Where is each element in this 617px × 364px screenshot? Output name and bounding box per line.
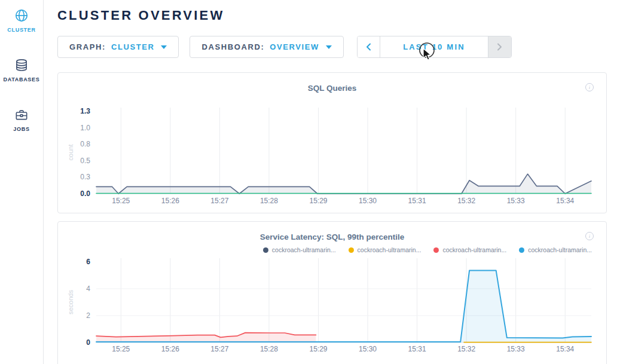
svg-text:1.3: 1.3 [80,107,90,115]
svg-text:15:28: 15:28 [260,197,278,205]
svg-text:0.8: 0.8 [80,140,90,148]
svg-text:2: 2 [86,311,90,320]
sidebar-item-databases[interactable]: DATABASES [0,50,43,91]
svg-text:6: 6 [86,258,90,266]
time-prev-button[interactable] [358,36,380,57]
dashboard-selector-value: OVERVIEW [270,42,319,51]
legend-item[interactable]: cockroach-ultramarin... [349,246,421,253]
svg-text:15:32: 15:32 [457,345,475,353]
controls-bar: GRAPH: CLUSTER DASHBOARD: OVERVIEW LAST … [57,36,617,58]
chevron-left-icon [366,43,371,51]
graph-selector-label: GRAPH: [69,42,106,51]
svg-text:15:27: 15:27 [210,197,228,205]
svg-text:15:25: 15:25 [112,197,130,205]
svg-text:15:27: 15:27 [210,345,228,353]
sql-queries-chart: 15:2515:2615:2715:2815:2915:3015:3115:32… [58,73,606,213]
svg-text:15:34: 15:34 [556,345,574,353]
chart-card-service-latency: Service Latency: SQL, 99th percentile i … [57,221,607,364]
chart-legend: cockroach-ultramarin...cockroach-ultrama… [58,246,606,253]
service-latency-chart: 15:2515:2615:2715:2815:2915:3015:3115:32… [58,222,606,364]
legend-label: cockroach-ultramarin... [442,246,506,253]
time-next-button[interactable] [488,36,511,57]
legend-label: cockroach-ultramarin... [272,246,336,253]
sidebar-item-cluster[interactable]: CLUSTER [0,0,43,41]
svg-text:count: count [67,145,74,161]
legend-item[interactable]: cockroach-ultramarin... [263,246,336,253]
chevron-down-icon [161,45,167,49]
legend-dot-icon [263,247,268,253]
svg-text:15:33: 15:33 [507,197,525,205]
svg-text:15:25: 15:25 [112,345,130,353]
globe-icon [14,8,29,23]
chart-card-sql-queries: SQL Queries i 15:2515:2615:2715:2815:291… [57,72,607,213]
sidebar: CLUSTERDATABASESJOBS [0,0,44,364]
svg-text:15:30: 15:30 [359,197,377,205]
svg-text:0.5: 0.5 [80,157,90,165]
chevron-down-icon [326,45,332,49]
svg-text:0.0: 0.0 [80,189,90,198]
main-content: CLUSTER OVERVIEW GRAPH: CLUSTER DASHBOAR… [44,0,617,364]
sidebar-item-jobs[interactable]: JOBS [0,99,43,140]
time-window-selector: LAST 10 MIN [357,36,512,58]
svg-text:15:32: 15:32 [457,197,475,205]
svg-text:15:31: 15:31 [408,345,426,353]
svg-text:15:33: 15:33 [507,345,525,353]
legend-label: cockroach-ultramarin... [528,246,592,253]
dashboard-selector-label: DASHBOARD: [201,42,264,51]
svg-text:15:29: 15:29 [309,345,327,353]
svg-text:15:29: 15:29 [309,197,327,205]
databases-icon [14,57,29,73]
briefcase-icon [14,107,29,123]
sidebar-item-label: DATABASES [4,77,40,82]
legend-item[interactable]: cockroach-ultramarin... [433,246,506,253]
sidebar-item-label: CLUSTER [7,27,35,33]
svg-text:15:30: 15:30 [359,345,377,353]
time-window-label[interactable]: LAST 10 MIN [380,36,488,57]
legend-label: cockroach-ultramarin... [358,246,421,253]
svg-text:seconds: seconds [67,290,74,314]
legend-dot-icon [519,247,524,253]
svg-text:4: 4 [86,285,90,293]
svg-text:0.3: 0.3 [80,173,90,181]
svg-text:1.0: 1.0 [80,124,90,132]
legend-item[interactable]: cockroach-ultramarin... [519,246,592,253]
graph-selector[interactable]: GRAPH: CLUSTER [57,36,179,58]
svg-text:0: 0 [86,338,90,347]
legend-dot-icon [349,247,354,253]
legend-dot-icon [433,247,439,253]
svg-text:15:31: 15:31 [408,197,426,205]
graph-selector-value: CLUSTER [111,42,155,51]
svg-text:15:26: 15:26 [161,197,179,205]
page-title: CLUSTER OVERVIEW [57,0,617,23]
svg-text:15:34: 15:34 [556,197,574,205]
chevron-right-icon [497,43,502,51]
svg-text:15:28: 15:28 [260,345,278,353]
svg-text:15:26: 15:26 [161,345,179,353]
dashboard-selector[interactable]: DASHBOARD: OVERVIEW [190,36,343,58]
sidebar-item-label: JOBS [13,126,29,132]
